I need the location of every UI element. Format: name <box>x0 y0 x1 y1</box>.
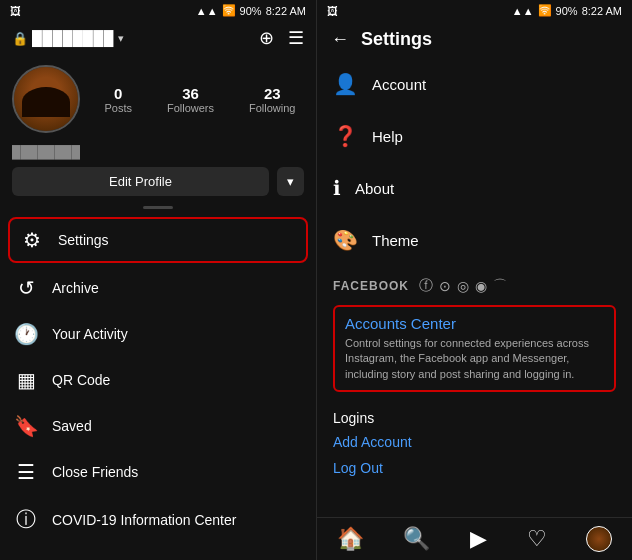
avatar-image <box>14 67 78 131</box>
covid-icon: ⓘ <box>14 506 38 533</box>
stat-following: 23 Following <box>249 85 295 114</box>
account-label: Account <box>372 76 426 93</box>
fb-f-icon: ⓕ <box>419 277 433 295</box>
edit-profile-row: Edit Profile ▾ <box>0 167 316 202</box>
wifi-icon: 🛜 <box>222 4 236 17</box>
settings-item-about[interactable]: ℹ About <box>317 162 632 214</box>
log-out-link[interactable]: Log Out <box>333 460 616 476</box>
screenshot-icon: 🖼 <box>10 5 21 17</box>
activity-label: Your Activity <box>52 326 128 342</box>
logins-title: Logins <box>333 410 616 426</box>
stat-posts: 0 Posts <box>104 85 132 114</box>
profile-dropdown-button[interactable]: ▾ <box>277 167 304 196</box>
menu-item-your-activity[interactable]: 🕐 Your Activity <box>0 311 316 357</box>
archive-label: Archive <box>52 280 99 296</box>
right-time-text: 8:22 AM <box>582 5 622 17</box>
fb-whatsapp-icon: ◉ <box>475 278 487 294</box>
right-signal-icon: ▲▲ <box>512 5 534 17</box>
search-icon[interactable]: 🔍 <box>403 526 430 552</box>
edit-profile-button[interactable]: Edit Profile <box>12 167 269 196</box>
right-panel: 🖼 ▲▲ 🛜 90% 8:22 AM ← Settings 👤 Account … <box>316 0 632 560</box>
following-count: 23 <box>264 85 281 102</box>
menu-item-saved[interactable]: 🔖 Saved <box>0 403 316 449</box>
time-text: 8:22 AM <box>266 5 306 17</box>
qr-label: QR Code <box>52 372 110 388</box>
help-icon: ❓ <box>333 124 358 148</box>
reels-icon[interactable]: ▶ <box>470 526 487 552</box>
account-icon: 👤 <box>333 72 358 96</box>
logins-section: Logins Add Account Log Out <box>317 398 632 476</box>
chevron-down-icon: ▾ <box>118 32 124 45</box>
right-status-bar: 🖼 ▲▲ 🛜 90% 8:22 AM <box>317 0 632 21</box>
fb-messenger-icon: ⊙ <box>439 278 451 294</box>
fb-ig-icon: ◎ <box>457 278 469 294</box>
menu-icon[interactable]: ☰ <box>288 27 304 49</box>
left-top-nav: 🔒 ████████ ▾ ⊕ ☰ <box>0 21 316 55</box>
left-status-left: 🖼 <box>10 5 21 17</box>
username-row[interactable]: 🔒 ████████ ▾ <box>12 30 124 46</box>
settings-item-help[interactable]: ❓ Help <box>317 110 632 162</box>
settings-label: Settings <box>58 232 109 248</box>
left-panel: 🖼 ▲▲ 🛜 90% 8:22 AM 🔒 ████████ ▾ ⊕ ☰ <box>0 0 316 560</box>
settings-list: 👤 Account ❓ Help ℹ About 🎨 Theme FACEBOO… <box>317 58 632 517</box>
signal-icon: ▲▲ <box>196 5 218 17</box>
menu-item-qr-code[interactable]: ▦ QR Code <box>0 357 316 403</box>
settings-page-title: Settings <box>361 29 432 50</box>
nav-icons: ⊕ ☰ <box>259 27 304 49</box>
theme-icon: 🎨 <box>333 228 358 252</box>
battery-text: 90% <box>240 5 262 17</box>
accounts-center-description: Control settings for connected experienc… <box>345 336 604 382</box>
right-status-right: ▲▲ 🛜 90% 8:22 AM <box>512 4 622 17</box>
profile-name: ████████ <box>0 143 316 167</box>
help-label: Help <box>372 128 403 145</box>
add-account-link[interactable]: Add Account <box>333 434 616 450</box>
menu-item-close-friends[interactable]: ☰ Close Friends <box>0 449 316 495</box>
settings-item-account[interactable]: 👤 Account <box>317 58 632 110</box>
right-screenshot-icon: 🖼 <box>327 5 338 17</box>
fb-vr-icon: ⌒ <box>493 277 507 295</box>
profile-avatar-small[interactable] <box>586 526 612 552</box>
username-display: ████████ <box>32 30 114 46</box>
new-post-icon[interactable]: ⊕ <box>259 27 274 49</box>
accounts-center-link[interactable]: Accounts Center <box>345 315 604 332</box>
right-wifi-icon: 🛜 <box>538 4 552 17</box>
menu-item-settings[interactable]: ⚙ Settings <box>8 217 308 263</box>
facebook-section: FACEBOOK ⓕ ⊙ ◎ ◉ ⌒ <box>317 266 632 299</box>
archive-icon: ↺ <box>14 276 38 300</box>
qr-icon: ▦ <box>14 368 38 392</box>
about-label: About <box>355 180 394 197</box>
accounts-center-box[interactable]: Accounts Center Control settings for con… <box>333 305 616 392</box>
saved-icon: 🔖 <box>14 414 38 438</box>
avatar <box>12 65 80 133</box>
right-battery-text: 90% <box>556 5 578 17</box>
close-friends-label: Close Friends <box>52 464 138 480</box>
lock-icon: 🔒 <box>12 31 28 46</box>
right-status-left: 🖼 <box>327 5 338 17</box>
settings-icon: ⚙ <box>20 228 44 252</box>
facebook-icons-row: ⓕ ⊙ ◎ ◉ ⌒ <box>419 277 507 295</box>
activity-icon: 🕐 <box>14 322 38 346</box>
back-icon[interactable]: ← <box>331 29 349 50</box>
heart-icon[interactable]: ♡ <box>527 526 547 552</box>
followers-label: Followers <box>167 102 214 114</box>
menu-item-covid[interactable]: ⓘ COVID-19 Information Center <box>0 495 316 544</box>
home-icon[interactable]: 🏠 <box>337 526 364 552</box>
menu-item-archive[interactable]: ↺ Archive <box>0 265 316 311</box>
avatar-mask <box>22 87 70 117</box>
stat-followers: 36 Followers <box>167 85 214 114</box>
left-status-bar: 🖼 ▲▲ 🛜 90% 8:22 AM <box>0 0 316 21</box>
saved-label: Saved <box>52 418 92 434</box>
menu-list: ⚙ Settings ↺ Archive 🕐 Your Activity ▦ Q… <box>0 215 316 560</box>
posts-count: 0 <box>114 85 122 102</box>
settings-item-theme[interactable]: 🎨 Theme <box>317 214 632 266</box>
covid-label: COVID-19 Information Center <box>52 512 236 528</box>
profile-section: 0 Posts 36 Followers 23 Following <box>0 55 316 143</box>
close-friends-icon: ☰ <box>14 460 38 484</box>
facebook-title: FACEBOOK <box>333 279 409 293</box>
settings-top-nav: ← Settings <box>317 21 632 58</box>
right-bottom-nav: 🏠 🔍 ▶ ♡ <box>317 517 632 560</box>
following-label: Following <box>249 102 295 114</box>
followers-count: 36 <box>182 85 199 102</box>
drag-handle <box>143 206 173 209</box>
theme-label: Theme <box>372 232 419 249</box>
